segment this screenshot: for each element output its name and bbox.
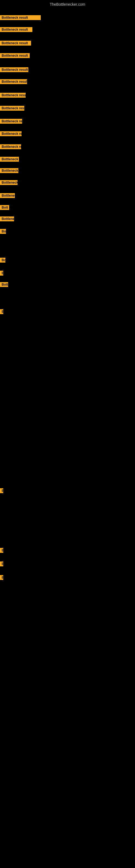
bottleneck-bar-17: Bottlene: [0, 216, 14, 221]
bottleneck-bar-label-16: Bott: [2, 206, 8, 209]
bottleneck-bar-26: B: [0, 575, 3, 580]
bottleneck-bar-16: Bott: [0, 205, 9, 210]
bottleneck-bar-label-9: Bottleneck resu: [2, 119, 22, 123]
bottleneck-bar-label-21: Bott: [2, 283, 8, 286]
bottleneck-bar-label-14: Bottleneck re: [2, 181, 17, 184]
bottleneck-bar-12: Bottleneck re: [0, 157, 19, 162]
bottleneck-bar-label-18: Bo: [2, 229, 6, 233]
bottleneck-bar-label-12: Bottleneck re: [2, 157, 19, 161]
bottleneck-bar-19: Bo: [0, 258, 5, 262]
bottleneck-bar-6: Bottleneck result: [0, 79, 27, 84]
bottleneck-bar-label-8: Bottleneck result: [2, 106, 24, 110]
site-title: TheBottlenecker.com: [0, 0, 135, 8]
bottleneck-bar-label-5: Bottleneck result: [2, 68, 28, 72]
bottleneck-bar-24: B: [0, 548, 3, 553]
bottleneck-bar-3: Bottleneck result: [0, 41, 31, 45]
bottleneck-bar-label-25: B: [2, 562, 3, 566]
bottleneck-bar-label-15: Bottlenec: [2, 194, 15, 197]
bottleneck-bar-5: Bottleneck result: [0, 67, 28, 72]
bottleneck-bar-label-10: Bottleneck resu: [2, 132, 21, 135]
bottleneck-bar-label-26: B: [2, 576, 3, 579]
bottleneck-bar-8: Bottleneck result: [0, 106, 24, 111]
bottleneck-bar-label-13: Bottleneck re: [2, 169, 18, 173]
bottleneck-bar-label-1: Bottleneck result: [2, 16, 28, 20]
bottleneck-bar-4: Bottleneck result: [0, 53, 30, 58]
bottleneck-bar-label-11: Bottleneck resu: [2, 145, 21, 149]
bottleneck-bar-label-4: Bottleneck result: [2, 54, 28, 58]
bottleneck-bar-label-20: B: [2, 271, 3, 275]
bottleneck-bar-18: Bo: [0, 229, 6, 234]
bottleneck-bar-11: Bottleneck resu: [0, 144, 21, 149]
bottleneck-bar-7: Bottleneck result: [0, 93, 26, 98]
bottleneck-bar-14: Bottleneck re: [0, 180, 17, 185]
bottleneck-bar-23: B: [0, 488, 3, 493]
bottleneck-bar-1: Bottleneck result: [0, 15, 41, 20]
bottleneck-bar-13: Bottleneck re: [0, 168, 18, 173]
bottleneck-bar-label-17: Bottlene: [2, 217, 14, 221]
bottleneck-bar-label-6: Bottleneck result: [2, 80, 27, 84]
bottleneck-bar-15: Bottlenec: [0, 193, 15, 198]
bottleneck-bar-10: Bottleneck resu: [0, 131, 21, 136]
bottleneck-bar-label-3: Bottleneck result: [2, 41, 28, 45]
bottleneck-bar-25: B: [0, 561, 3, 566]
bottleneck-bar-21: Bott: [0, 282, 8, 287]
bottleneck-bar-label-24: B: [2, 549, 3, 552]
bottleneck-bar-label-2: Bottleneck result: [2, 28, 28, 31]
bottleneck-bar-label-19: Bo: [2, 258, 5, 262]
bottleneck-bar-label-23: B: [2, 489, 3, 493]
bottleneck-bar-label-22: B: [2, 310, 3, 314]
bottleneck-bar-22: B: [0, 309, 3, 314]
bottleneck-bar-20: B: [0, 271, 3, 276]
bottleneck-bar-label-7: Bottleneck result: [2, 93, 26, 97]
bottleneck-bar-9: Bottleneck resu: [0, 119, 22, 124]
bottleneck-bar-2: Bottleneck result: [0, 27, 32, 32]
